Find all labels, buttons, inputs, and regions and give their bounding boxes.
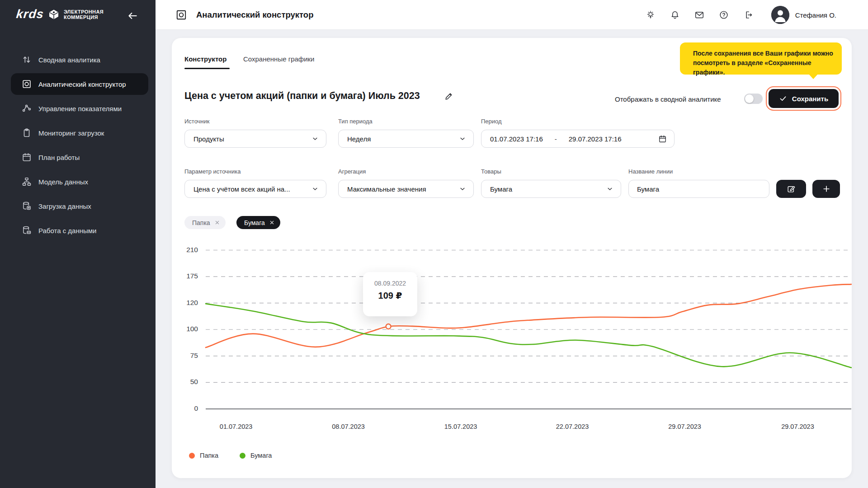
sidebar-nav: Сводная аналитика Аналитический конструк…	[0, 49, 156, 244]
chart-title: Цена с учетом акций (папки и бумага) Июл…	[184, 90, 420, 102]
constructor-card: Конструктор Сохраненные графики Цена с у…	[172, 38, 852, 478]
y-tick-label: 120	[172, 299, 198, 307]
active-tab-underline	[184, 68, 230, 69]
save-hint-banner: После сохранения все Ваши графики можно …	[680, 42, 842, 75]
constructor-frame-icon	[22, 79, 32, 89]
sidebar-item-label: План работы	[38, 154, 80, 161]
sidebar-item-data-load[interactable]: Загрузка данных	[11, 195, 148, 217]
x-tick-label: 22.07.2023	[543, 423, 602, 430]
sidebar-item-metrics-management[interactable]: Управление показателями	[11, 98, 148, 119]
chart-tooltip: 08.09.2022 109 ₽	[363, 272, 417, 316]
x-tick-label: 01.07.2023	[207, 423, 265, 430]
period-from: 01.07.2023 17:16	[490, 135, 543, 143]
database-sql-icon	[22, 225, 32, 235]
period-type-label: Тип периода	[338, 118, 373, 125]
period-range-picker[interactable]: 01.07.2023 17:16 - 29.07.2023 17:16	[481, 130, 675, 148]
x-tick-label: 29.07.2023	[656, 423, 714, 430]
summary-toggle-label: Отображать в сводной аналитике	[615, 95, 721, 103]
constructor-frame-icon	[175, 9, 187, 21]
y-tick-label: 175	[172, 272, 198, 280]
aggregation-select[interactable]: Максимальные значения	[338, 180, 474, 198]
chevron-down-icon	[311, 185, 319, 192]
source-select[interactable]: Продукты	[184, 130, 326, 148]
goods-label: Товары	[481, 168, 501, 175]
logo-text: ЭЛЕКТРОННАЯКОММЕРЦИЯ	[64, 9, 104, 20]
aggregation-label: Агрегация	[338, 168, 366, 175]
edit-line-button[interactable]	[776, 180, 806, 198]
lightbulb-icon[interactable]	[646, 10, 656, 20]
avatar[interactable]	[771, 6, 789, 24]
legend-dot-orange	[189, 453, 195, 459]
bell-icon[interactable]	[670, 10, 680, 20]
clipboard-icon	[22, 128, 32, 138]
goods-select[interactable]: Бумага	[481, 180, 621, 198]
org-chart-icon	[22, 177, 32, 187]
chevron-down-icon	[459, 185, 466, 192]
toggle-knob	[745, 94, 754, 103]
chevron-down-icon	[606, 185, 613, 192]
summary-toggle[interactable]	[744, 94, 763, 104]
mail-icon[interactable]	[694, 10, 704, 20]
logout-icon[interactable]	[743, 10, 753, 20]
chip-bumaga[interactable]: Бумага	[236, 216, 280, 229]
calendar-icon	[658, 135, 667, 143]
series-line-Бумага	[206, 304, 851, 368]
legend-item-papka: Папка	[189, 452, 218, 459]
y-tick-label: 50	[172, 378, 198, 386]
source-param-label: Параметр источника	[184, 168, 241, 175]
calendar-icon	[22, 152, 32, 162]
save-button[interactable]: Сохранить	[769, 89, 839, 108]
sidebar-item-load-monitoring[interactable]: Мониторинг загрузок	[11, 122, 148, 144]
sidebar-item-data-model[interactable]: Модель данных	[11, 171, 148, 192]
tooltip-date: 08.09.2022	[363, 280, 417, 287]
series-line-Папка	[206, 284, 851, 347]
sidebar-item-analytic-constructor[interactable]: Аналитический конструктор	[11, 73, 148, 95]
sidebar: krds ЭЛЕКТРОННАЯКОММЕРЦИЯ Сводная аналит…	[0, 0, 156, 488]
sidebar-item-label: Сводная аналитика	[38, 56, 100, 64]
source-param-select[interactable]: Цена с учётом всех акций на...	[184, 180, 326, 198]
period-to: 29.07.2023 17:16	[569, 135, 622, 143]
chart-legend: Папка Бумага	[189, 452, 272, 459]
save-button-label: Сохранить	[792, 95, 828, 103]
user-name[interactable]: Стефания О.	[795, 11, 836, 19]
page-title: Аналитический конструктор	[196, 10, 313, 20]
y-tick-label: 75	[172, 352, 198, 360]
y-tick-label: 100	[172, 325, 198, 333]
sidebar-item-label: Мониторинг загрузок	[38, 129, 104, 137]
sidebar-item-label: Аналитический конструктор	[38, 80, 126, 88]
legend-dot-green	[240, 453, 245, 459]
add-line-button[interactable]	[812, 180, 840, 198]
sidebar-item-summary-analytics[interactable]: Сводная аналитика	[11, 49, 148, 70]
sidebar-item-label: Управление показателями	[38, 105, 122, 113]
brand-wordmark: krds	[15, 7, 44, 21]
swap-arrows-icon	[22, 55, 32, 65]
sidebar-item-label: Модель данных	[38, 178, 88, 186]
legend-item-bumaga: Бумага	[240, 452, 272, 459]
metrics-nodes-icon	[22, 103, 32, 113]
period-type-select[interactable]: Неделя	[338, 130, 474, 148]
sidebar-item-label: Загрузка данных	[38, 202, 91, 210]
source-label: Источник	[184, 118, 210, 125]
sidebar-collapse-button[interactable]	[127, 10, 138, 22]
x-tick-label: 08.07.2023	[319, 423, 378, 430]
edit-pencil-icon[interactable]	[444, 91, 454, 101]
line-name-label: Название линии	[628, 168, 673, 175]
cube-icon	[48, 9, 60, 20]
tab-constructor[interactable]: Конструктор	[184, 55, 226, 63]
help-icon[interactable]	[719, 10, 729, 20]
chevron-down-icon	[311, 135, 319, 142]
close-icon[interactable]	[215, 220, 220, 225]
logo: krds ЭЛЕКТРОННАЯКОММЕРЦИЯ	[16, 7, 104, 21]
tab-saved-charts[interactable]: Сохраненные графики	[243, 55, 315, 63]
check-icon	[779, 94, 787, 103]
chevron-down-icon	[459, 135, 466, 142]
x-tick-label: 29.07.2023	[768, 423, 827, 430]
sidebar-item-work-plan[interactable]: План работы	[11, 146, 148, 168]
close-icon[interactable]	[269, 220, 274, 225]
line-name-input[interactable]	[628, 180, 769, 198]
sidebar-item-label: Работа с данными	[38, 227, 96, 235]
chip-papka[interactable]: Папка	[184, 216, 226, 229]
edit-square-icon	[787, 184, 796, 193]
sidebar-item-data-work[interactable]: Работа с данными	[11, 220, 148, 241]
y-tick-label: 0	[172, 404, 198, 413]
